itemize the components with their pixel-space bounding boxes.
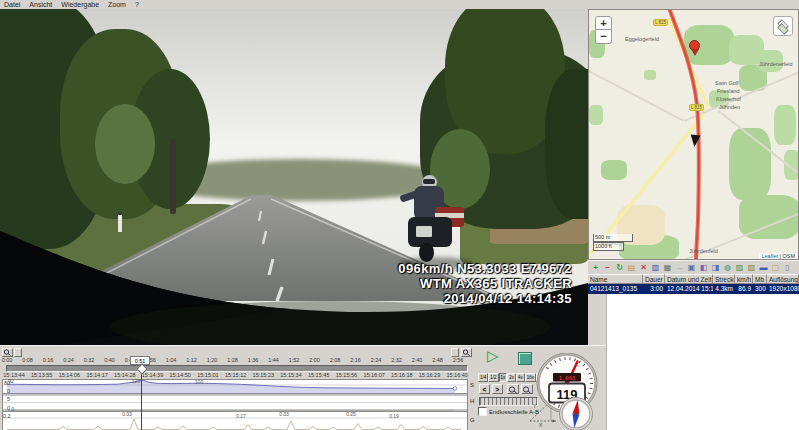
remove-track-icon[interactable]: − xyxy=(602,262,613,273)
clock-tick: 15:15:23 xyxy=(253,372,274,378)
media-icon[interactable]: ◨ xyxy=(710,262,721,273)
row-cell-name: 04121413_0135 xyxy=(588,284,643,294)
scale-imperial: 1000 ft xyxy=(593,242,624,251)
map-place-label: Jühnden xyxy=(719,104,740,110)
image-icon[interactable]: ▨ xyxy=(734,262,745,273)
file-table: NameDauerDatum und ZeitStreckekm/hMbAufl… xyxy=(588,274,799,294)
timeline-zoom-out-button[interactable] xyxy=(2,348,13,357)
file-list-background[interactable] xyxy=(606,294,799,430)
map-position-pin xyxy=(689,40,700,56)
video-tick: 1:52 xyxy=(289,357,300,363)
column-header-kmh[interactable]: km/h xyxy=(735,274,753,284)
map-layers-button[interactable] xyxy=(773,16,793,36)
graph-axis-label: 5 xyxy=(7,396,10,402)
loop-checkbox[interactable] xyxy=(478,407,487,416)
timeline-slider[interactable] xyxy=(6,365,468,372)
gforce-annotation: 0.25 xyxy=(346,411,356,417)
video-tick: 2:40 xyxy=(412,357,423,363)
osm-link[interactable]: OSM xyxy=(782,253,795,259)
export-icon[interactable]: → xyxy=(674,262,685,273)
video-tick: 2:16 xyxy=(350,357,361,363)
row-cell-aufloesung: 1920x1080 xyxy=(767,284,799,294)
telemetry-graphs[interactable]: 800500.2 9212610000.330.170.330.250.19 xyxy=(2,379,468,430)
clock-tick: 15:15:34 xyxy=(280,372,301,378)
clock-tick: 15:16:18 xyxy=(391,372,412,378)
video-tick: 2:00 xyxy=(309,357,320,363)
film-icon[interactable]: ▬ xyxy=(758,262,769,273)
speed-button-1-2[interactable]: 1/2 xyxy=(488,373,498,382)
map-scale-control: 500 m 1000 ft xyxy=(593,234,633,251)
overlay-device-name: WTM AX365 ITRACKER xyxy=(398,276,572,291)
folder-icon[interactable]: ▢ xyxy=(770,262,781,273)
timeline-small-button-left[interactable] xyxy=(14,348,22,357)
speed-button-1-4[interactable]: 1/4 xyxy=(478,373,488,382)
stop-button[interactable] xyxy=(518,352,532,365)
column-header-auflsung[interactable]: Auflösung xyxy=(767,274,799,284)
clock-tick: 15:14:39 xyxy=(142,372,163,378)
map-zoom-out-button[interactable]: − xyxy=(595,30,612,44)
height-annotation: 0 xyxy=(12,406,15,412)
next-frame-button[interactable]: > xyxy=(492,384,503,394)
gforce-annotation: 0.19 xyxy=(389,413,399,419)
video-tick: 0:08 xyxy=(22,357,33,363)
map-place-label: Swin Golf xyxy=(715,80,739,86)
photo-icon[interactable]: ▧ xyxy=(746,262,757,273)
compass-gauge xyxy=(558,397,595,430)
clock-tick: 15:15:01 xyxy=(197,372,218,378)
column-header-datumundzeit[interactable]: Datum und Zeit xyxy=(665,274,713,284)
print-icon[interactable]: ▦ xyxy=(662,262,673,273)
speed-annotation: 100 xyxy=(195,379,203,385)
map-zoom-control: + − xyxy=(595,16,612,44)
dashcam-player-window: DateiAnsichtWiedergabeZoom? xyxy=(0,0,799,430)
delete-icon[interactable]: ✕ xyxy=(638,262,649,273)
graph-label-gforce: G xyxy=(470,417,475,423)
video-tick: 1:36 xyxy=(248,357,259,363)
copy-icon[interactable]: ◧ xyxy=(698,262,709,273)
refresh-icon[interactable]: ↻ xyxy=(614,262,625,273)
file-icon[interactable]: ▯ xyxy=(782,262,793,273)
file-table-selected-row[interactable]: 04121413_01353:0012.04.2014 15:14▬4.3km8… xyxy=(588,284,799,294)
video-viewport[interactable]: 096km/h N53.3033 E7.9672 WTM AX365 ITRAC… xyxy=(0,9,588,345)
play-button[interactable]: ▷ xyxy=(487,348,499,364)
video-tick: 1:04 xyxy=(166,357,177,363)
open-folder-icon[interactable]: ▤ xyxy=(626,262,637,273)
speed-button-2x[interactable]: 2x xyxy=(507,373,516,382)
scale-metric: 500 m xyxy=(593,234,633,242)
save-icon[interactable]: ▥ xyxy=(650,262,661,273)
video-tick: 2:56 xyxy=(453,357,464,363)
globe-icon[interactable]: ◍ xyxy=(722,262,733,273)
row-cell-dauer: 3:00 xyxy=(643,284,665,294)
leaflet-link[interactable]: Leaflet xyxy=(761,253,778,259)
diagram-x-label: X xyxy=(539,422,543,427)
menu-item-ansicht[interactable]: Ansicht xyxy=(29,1,52,8)
column-header-mb[interactable]: Mb xyxy=(753,274,767,284)
menu-item-zoom[interactable]: Zoom xyxy=(108,1,126,8)
overlay-speed-gps: 096km/h N53.3033 E7.9672 xyxy=(398,261,572,276)
video-tick: 0:00 xyxy=(2,357,13,363)
gforce-annotation: 0.33 xyxy=(279,411,289,417)
video-tick: 0:32 xyxy=(84,357,95,363)
add-track-icon[interactable]: + xyxy=(590,262,601,273)
map-panel[interactable]: EggelogerfeldSwin GolfFrieslandKlosterho… xyxy=(588,9,799,260)
speed-button-1x[interactable]: 1x xyxy=(499,373,508,382)
video-tick: 2:32 xyxy=(391,357,402,363)
menu-item-wiedergabe[interactable]: Wiedergabe xyxy=(61,1,99,8)
map-zoom-in-button[interactable]: + xyxy=(595,16,612,30)
graph-zoom-in-button[interactable] xyxy=(521,384,533,394)
prev-frame-button[interactable]: < xyxy=(479,384,490,394)
clock-tick: 15:16:29 xyxy=(419,372,440,378)
column-header-dauer[interactable]: Dauer xyxy=(643,274,665,284)
graph-zoom-out-button[interactable] xyxy=(507,384,519,394)
graph-label-height: H xyxy=(470,398,474,404)
column-header-strecke[interactable]: Strecke xyxy=(713,274,735,284)
timeline-zoom-in-button[interactable] xyxy=(461,348,472,357)
speed-button-4x[interactable]: 4x xyxy=(516,373,525,382)
odometer-value: 1.068 xyxy=(559,375,576,381)
menu-item-datei[interactable]: Datei xyxy=(4,1,20,8)
video-tick: 1:20 xyxy=(207,357,218,363)
video-tick: 1:12 xyxy=(186,357,197,363)
column-header-name[interactable]: Name xyxy=(588,274,643,284)
menu-item-?[interactable]: ? xyxy=(135,1,139,8)
timeline-small-button-right[interactable] xyxy=(451,348,459,357)
snapshot-icon[interactable]: ▣ xyxy=(686,262,697,273)
